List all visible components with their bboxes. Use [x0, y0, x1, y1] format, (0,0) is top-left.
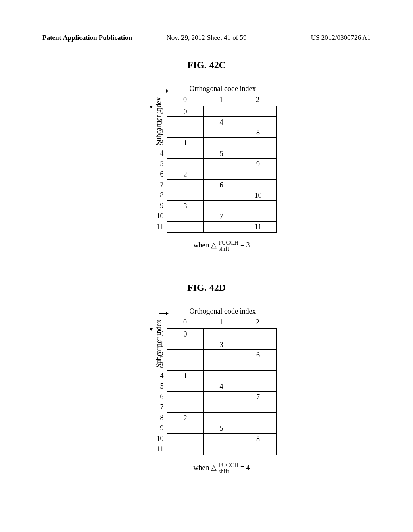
grid-cell	[204, 106, 240, 117]
delta-symbol: △	[211, 463, 217, 472]
table-42d: Orthogonal code index Subcarrier index 0…	[137, 307, 277, 474]
grid-cell	[204, 159, 240, 169]
grid-cell	[240, 169, 276, 180]
formula-42c: when △ PUCCH shift = 3	[167, 240, 277, 252]
grid-cell	[204, 169, 240, 180]
grid-cell	[204, 350, 240, 360]
grid-cell: 7	[240, 392, 276, 402]
grid-cell: 5	[204, 423, 240, 434]
grid-cell	[204, 127, 240, 138]
formula-subscript: shift	[218, 246, 238, 252]
grid-cell	[240, 360, 276, 371]
grid-cell	[167, 159, 204, 169]
row-header: 9	[155, 200, 164, 211]
table-body-42d: 0 1 2 3 4 5 6 7 8 9 10 11 036147258	[155, 328, 277, 455]
grid-cell	[240, 402, 276, 413]
grid-cell	[240, 444, 276, 455]
grid-42c: 04815926103711	[167, 106, 277, 233]
grid-cell	[167, 211, 204, 222]
grid-cell: 1	[167, 371, 204, 381]
row-header: 7	[155, 402, 164, 412]
formula-superscript: PUCCH	[218, 462, 238, 468]
formula-frac: PUCCH shift	[218, 462, 238, 474]
arrow-down-icon	[151, 98, 151, 106]
arrow-right-icon	[159, 313, 166, 320]
row-header: 6	[155, 391, 164, 402]
table-42c: Orthogonal code index Subcarrier index 0…	[137, 85, 277, 252]
grid-cell	[240, 381, 276, 392]
row-headers-42c: 0 1 2 3 4 5 6 7 8 9 10 11	[155, 106, 164, 233]
formula-when: when	[193, 241, 211, 249]
row-header: 4	[155, 148, 164, 158]
row-header: 3	[155, 360, 164, 370]
grid-cell	[167, 434, 204, 444]
grid-cell	[167, 222, 204, 232]
row-header: 6	[155, 169, 164, 179]
row-header: 0	[155, 106, 164, 116]
row-header: 0	[155, 328, 164, 339]
col-header: 1	[203, 96, 240, 104]
grid-cell	[167, 402, 204, 413]
grid-cell	[204, 402, 240, 413]
grid-cell: 7	[204, 211, 240, 222]
grid-cell	[167, 392, 204, 402]
grid-cell	[167, 444, 204, 455]
grid-cell	[204, 222, 240, 232]
grid-cell: 1	[167, 138, 204, 148]
grid-cell	[167, 423, 204, 434]
table-body-42c: 0 1 2 3 4 5 6 7 8 9 10 11 04815926103711	[155, 106, 277, 233]
header-right: US 2012/0300726 A1	[311, 34, 371, 42]
row-header: 5	[155, 158, 164, 169]
grid-cell	[204, 413, 240, 423]
grid-cell	[167, 127, 204, 138]
grid-cell: 9	[240, 159, 276, 169]
grid-cell	[167, 190, 204, 201]
grid-cell	[240, 138, 276, 148]
row-header: 3	[155, 137, 164, 148]
grid-cell	[167, 148, 204, 159]
col-header: 1	[203, 318, 240, 326]
formula-equals: = 3	[240, 241, 250, 249]
header-center: Nov. 29, 2012 Sheet 41 of 59	[166, 34, 246, 42]
grid-cell	[240, 106, 276, 117]
page-header: Patent Application Publication Nov. 29, …	[0, 34, 413, 42]
col-header: 0	[167, 318, 203, 326]
col-header: 2	[240, 318, 276, 326]
grid-cell	[240, 423, 276, 434]
grid-cell: 5	[204, 148, 240, 159]
grid-cell	[204, 444, 240, 455]
grid-cell: 3	[204, 339, 240, 350]
figure-title-42d: FIG. 42D	[0, 282, 413, 293]
row-header: 2	[155, 349, 164, 360]
formula-equals: = 4	[240, 463, 250, 472]
grid-cell: 4	[204, 117, 240, 127]
row-header: 5	[155, 381, 164, 391]
grid-cell: 0	[167, 329, 204, 339]
row-header: 4	[155, 370, 164, 381]
grid-cell	[167, 339, 204, 350]
grid-cell	[240, 180, 276, 190]
grid-cell: 11	[240, 222, 276, 232]
row-header: 10	[155, 433, 164, 444]
row-header: 10	[155, 211, 164, 221]
row-header: 8	[155, 190, 164, 200]
grid-cell	[204, 371, 240, 381]
formula-when: when	[193, 463, 211, 472]
grid-cell: 2	[167, 169, 204, 180]
header-left: Patent Application Publication	[42, 34, 132, 42]
figure-42d: FIG. 42D Orthogonal code index Subcarrie…	[0, 282, 413, 474]
grid-cell	[204, 201, 240, 211]
formula-subscript: shift	[218, 468, 238, 474]
row-header: 1	[155, 116, 164, 127]
top-axis-label-42c: Orthogonal code index	[169, 85, 277, 93]
col-header: 2	[240, 96, 276, 104]
grid-cell: 10	[240, 190, 276, 201]
delta-symbol: △	[211, 241, 217, 249]
grid-cell	[204, 392, 240, 402]
formula-superscript: PUCCH	[218, 240, 238, 246]
arrow-down-icon	[151, 320, 151, 328]
top-axis-label-42d: Orthogonal code index	[169, 307, 277, 316]
grid-cell	[167, 180, 204, 190]
grid-cell: 8	[240, 127, 276, 138]
grid-cell	[167, 117, 204, 127]
